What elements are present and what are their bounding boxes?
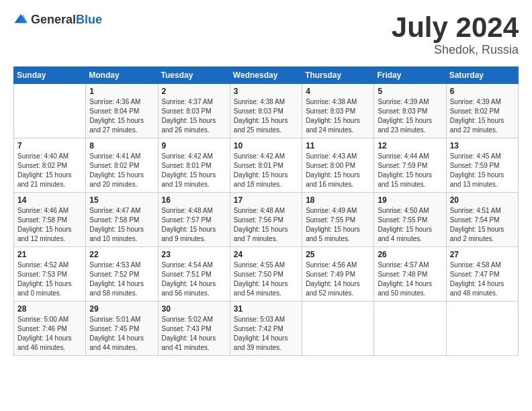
calendar-week-row: 14Sunrise: 4:46 AM Sunset: 7:58 PM Dayli… — [14, 193, 519, 247]
logo-icon — [13, 12, 28, 27]
day-number: 1 — [89, 87, 154, 96]
calendar-cell: 13Sunrise: 4:45 AM Sunset: 7:59 PM Dayli… — [446, 138, 518, 193]
day-info: Sunrise: 4:38 AM Sunset: 8:03 PM Dayligh… — [234, 97, 298, 135]
day-info: Sunrise: 5:03 AM Sunset: 7:42 PM Dayligh… — [234, 315, 298, 353]
calendar-cell — [14, 84, 86, 138]
title-block: July 2024 Shedok, Russia — [392, 12, 519, 57]
day-number: 13 — [450, 141, 515, 150]
day-info: Sunrise: 4:57 AM Sunset: 7:48 PM Dayligh… — [378, 261, 442, 298]
calendar-cell: 28Sunrise: 5:00 AM Sunset: 7:46 PM Dayli… — [14, 302, 86, 356]
calendar-cell: 10Sunrise: 4:42 AM Sunset: 8:01 PM Dayli… — [230, 138, 302, 193]
day-number: 2 — [162, 87, 226, 96]
calendar-cell: 11Sunrise: 4:43 AM Sunset: 8:00 PM Dayli… — [302, 138, 374, 193]
day-number: 18 — [306, 195, 370, 205]
calendar-location: Shedok, Russia — [392, 43, 519, 57]
day-info: Sunrise: 5:02 AM Sunset: 7:43 PM Dayligh… — [162, 315, 226, 353]
day-number: 27 — [450, 250, 515, 259]
day-info: Sunrise: 4:40 AM Sunset: 8:02 PM Dayligh… — [17, 152, 82, 189]
day-info: Sunrise: 4:36 AM Sunset: 8:04 PM Dayligh… — [89, 97, 154, 135]
day-info: Sunrise: 4:46 AM Sunset: 7:58 PM Dayligh… — [17, 206, 82, 244]
day-info: Sunrise: 4:38 AM Sunset: 8:03 PM Dayligh… — [306, 97, 370, 135]
weekday-header-row: SundayMondayTuesdayWednesdayThursdayFrid… — [14, 67, 519, 84]
calendar-week-row: 21Sunrise: 4:52 AM Sunset: 7:53 PM Dayli… — [14, 247, 519, 302]
day-number: 28 — [17, 304, 82, 314]
calendar-cell — [374, 302, 446, 356]
day-info: Sunrise: 4:42 AM Sunset: 8:01 PM Dayligh… — [234, 152, 298, 189]
page-header: GeneralBlue July 2024 Shedok, Russia — [13, 12, 519, 57]
day-number: 14 — [17, 195, 82, 205]
day-number: 19 — [378, 195, 442, 205]
day-info: Sunrise: 4:48 AM Sunset: 7:56 PM Dayligh… — [234, 206, 298, 244]
day-number: 24 — [234, 250, 298, 259]
calendar-cell — [302, 302, 374, 356]
day-number: 31 — [234, 304, 298, 314]
day-number: 23 — [162, 250, 226, 259]
calendar-week-row: 1Sunrise: 4:36 AM Sunset: 8:04 PM Daylig… — [14, 84, 519, 138]
day-number: 3 — [234, 87, 298, 96]
logo-general: General — [31, 13, 76, 26]
day-number: 21 — [17, 250, 82, 259]
day-number: 16 — [162, 195, 226, 205]
calendar-cell: 9Sunrise: 4:42 AM Sunset: 8:01 PM Daylig… — [158, 138, 230, 193]
day-info: Sunrise: 4:43 AM Sunset: 8:00 PM Dayligh… — [306, 152, 370, 189]
calendar-cell: 16Sunrise: 4:48 AM Sunset: 7:57 PM Dayli… — [158, 193, 230, 247]
calendar-cell: 27Sunrise: 4:58 AM Sunset: 7:47 PM Dayli… — [446, 247, 518, 302]
day-info: Sunrise: 4:44 AM Sunset: 7:59 PM Dayligh… — [378, 152, 442, 189]
day-info: Sunrise: 4:54 AM Sunset: 7:51 PM Dayligh… — [162, 261, 226, 298]
calendar-cell: 23Sunrise: 4:54 AM Sunset: 7:51 PM Dayli… — [158, 247, 230, 302]
day-number: 11 — [306, 141, 370, 150]
day-number: 9 — [162, 141, 226, 150]
day-info: Sunrise: 5:00 AM Sunset: 7:46 PM Dayligh… — [17, 315, 82, 353]
calendar-cell: 15Sunrise: 4:47 AM Sunset: 7:58 PM Dayli… — [86, 193, 158, 247]
calendar-cell: 26Sunrise: 4:57 AM Sunset: 7:48 PM Dayli… — [374, 247, 446, 302]
calendar-cell: 14Sunrise: 4:46 AM Sunset: 7:58 PM Dayli… — [14, 193, 86, 247]
calendar-cell: 4Sunrise: 4:38 AM Sunset: 8:03 PM Daylig… — [302, 84, 374, 138]
day-number: 7 — [17, 141, 82, 150]
logo-text: GeneralBlue — [31, 13, 102, 26]
day-number: 6 — [450, 87, 515, 96]
calendar-cell: 20Sunrise: 4:51 AM Sunset: 7:54 PM Dayli… — [446, 193, 518, 247]
day-info: Sunrise: 4:39 AM Sunset: 8:03 PM Dayligh… — [378, 97, 442, 135]
day-info: Sunrise: 4:39 AM Sunset: 8:02 PM Dayligh… — [450, 97, 515, 135]
day-info: Sunrise: 4:52 AM Sunset: 7:53 PM Dayligh… — [17, 261, 82, 298]
calendar-table: SundayMondayTuesdayWednesdayThursdayFrid… — [13, 66, 519, 356]
calendar-cell: 25Sunrise: 4:56 AM Sunset: 7:49 PM Dayli… — [302, 247, 374, 302]
day-info: Sunrise: 4:45 AM Sunset: 7:59 PM Dayligh… — [450, 152, 515, 189]
day-info: Sunrise: 4:56 AM Sunset: 7:49 PM Dayligh… — [306, 261, 370, 298]
day-number: 8 — [89, 141, 154, 150]
calendar-cell: 2Sunrise: 4:37 AM Sunset: 8:03 PM Daylig… — [158, 84, 230, 138]
day-info: Sunrise: 4:47 AM Sunset: 7:58 PM Dayligh… — [89, 206, 154, 244]
day-info: Sunrise: 4:55 AM Sunset: 7:50 PM Dayligh… — [234, 261, 298, 298]
calendar-cell: 3Sunrise: 4:38 AM Sunset: 8:03 PM Daylig… — [230, 84, 302, 138]
day-number: 29 — [89, 304, 154, 314]
day-info: Sunrise: 4:42 AM Sunset: 8:01 PM Dayligh… — [162, 152, 226, 189]
calendar-cell: 18Sunrise: 4:49 AM Sunset: 7:55 PM Dayli… — [302, 193, 374, 247]
day-info: Sunrise: 4:49 AM Sunset: 7:55 PM Dayligh… — [306, 206, 370, 244]
day-info: Sunrise: 4:53 AM Sunset: 7:52 PM Dayligh… — [89, 261, 154, 298]
day-number: 17 — [234, 195, 298, 205]
day-info: Sunrise: 5:01 AM Sunset: 7:45 PM Dayligh… — [89, 315, 154, 353]
day-number: 22 — [89, 250, 154, 259]
calendar-cell: 29Sunrise: 5:01 AM Sunset: 7:45 PM Dayli… — [86, 302, 158, 356]
calendar-cell: 6Sunrise: 4:39 AM Sunset: 8:02 PM Daylig… — [446, 84, 518, 138]
calendar-cell: 5Sunrise: 4:39 AM Sunset: 8:03 PM Daylig… — [374, 84, 446, 138]
weekday-header-monday: Monday — [86, 67, 158, 84]
weekday-header-thursday: Thursday — [302, 67, 374, 84]
calendar-cell: 8Sunrise: 4:41 AM Sunset: 8:02 PM Daylig… — [86, 138, 158, 193]
day-info: Sunrise: 4:37 AM Sunset: 8:03 PM Dayligh… — [162, 97, 226, 135]
day-number: 15 — [89, 195, 154, 205]
calendar-cell: 31Sunrise: 5:03 AM Sunset: 7:42 PM Dayli… — [230, 302, 302, 356]
calendar-title: July 2024 — [392, 12, 519, 43]
day-info: Sunrise: 4:51 AM Sunset: 7:54 PM Dayligh… — [450, 206, 515, 244]
day-number: 4 — [306, 87, 370, 96]
logo: GeneralBlue — [13, 12, 102, 27]
calendar-week-row: 7Sunrise: 4:40 AM Sunset: 8:02 PM Daylig… — [14, 138, 519, 193]
day-info: Sunrise: 4:48 AM Sunset: 7:57 PM Dayligh… — [162, 206, 226, 244]
day-number: 30 — [162, 304, 226, 314]
day-number: 10 — [234, 141, 298, 150]
calendar-cell: 19Sunrise: 4:50 AM Sunset: 7:55 PM Dayli… — [374, 193, 446, 247]
calendar-cell: 12Sunrise: 4:44 AM Sunset: 7:59 PM Dayli… — [374, 138, 446, 193]
day-number: 26 — [378, 250, 442, 259]
weekday-header-saturday: Saturday — [446, 67, 518, 84]
calendar-cell: 22Sunrise: 4:53 AM Sunset: 7:52 PM Dayli… — [86, 247, 158, 302]
